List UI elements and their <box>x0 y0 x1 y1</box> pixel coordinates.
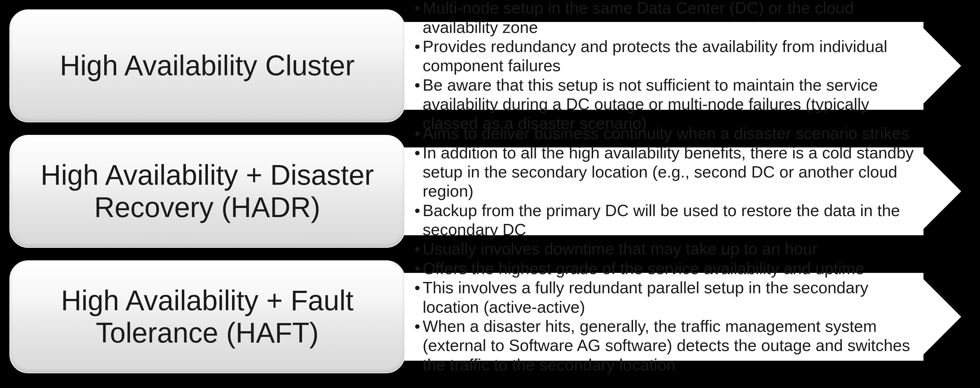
title-box-hadr: High Availability + Disaster Recovery (H… <box>10 135 405 248</box>
bullet-item: In addition to all the high availability… <box>414 143 914 201</box>
arrow-body: Multi-node setup in the same Data Center… <box>399 10 923 122</box>
row-haft: High Availability + Fault Tolerance (HAF… <box>0 260 980 373</box>
bullet-item: Usually involves downtime that may take … <box>414 239 914 258</box>
title-box-haft: High Availability + Fault Tolerance (HAF… <box>10 260 405 373</box>
bullet-item: Aims to deliver business continuity when… <box>414 124 914 143</box>
arrow-head-icon <box>917 135 974 248</box>
bullet-item: Offers the highest grade of the service … <box>414 259 914 278</box>
title-text: High Availability + Fault Tolerance (HAF… <box>29 285 386 349</box>
row-hadr: High Availability + Disaster Recovery (H… <box>0 135 980 248</box>
diagram-canvas: High Availability Cluster Multi-node set… <box>0 0 980 388</box>
arrow-head-icon <box>917 260 974 373</box>
bullet-item: Multi-node setup in the same Data Center… <box>414 0 914 37</box>
bullet-item: Backup from the primary DC will be used … <box>414 201 914 240</box>
arrow-body: Aims to deliver business continuity when… <box>399 135 923 248</box>
title-box-ha-cluster: High Availability Cluster <box>10 10 405 122</box>
title-text: High Availability + Disaster Recovery (H… <box>29 159 386 224</box>
bullet-list: Multi-node setup in the same Data Center… <box>414 0 914 133</box>
arrow-body: Offers the highest grade of the service … <box>399 260 923 373</box>
title-text: High Availability Cluster <box>60 49 355 82</box>
bullet-item: Provides redundancy and protects the ava… <box>414 37 914 76</box>
bullet-list: Aims to deliver business continuity when… <box>414 124 914 259</box>
row-ha-cluster: High Availability Cluster Multi-node set… <box>0 10 980 122</box>
bullet-item: When a disaster hits, generally, the tra… <box>414 317 914 375</box>
bullet-item: This involves a fully redundant parallel… <box>414 278 914 317</box>
bullet-list: Offers the highest grade of the service … <box>414 259 914 375</box>
arrow-head-icon <box>917 10 974 122</box>
